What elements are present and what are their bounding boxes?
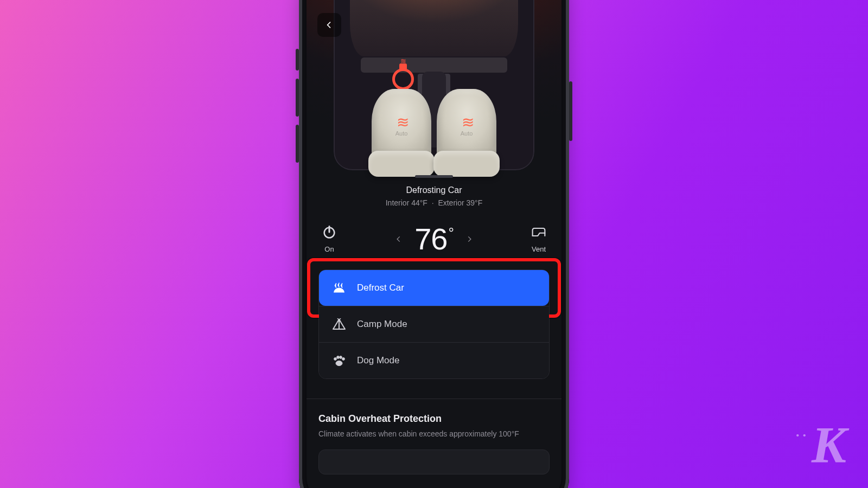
exterior-label: Exterior [438,198,464,207]
climate-mode-list: Defrost Car Camp Mode Do [318,269,550,379]
driver-seat-mode: Auto [395,130,408,137]
dashboard [361,57,507,73]
climate-controls-row: On 76° Vent [318,221,550,256]
svg-point-3 [334,358,337,361]
mode-defrost-label: Defrost Car [357,282,404,293]
defrost-highlight-wrap: Defrost Car [314,265,554,311]
svg-point-4 [337,356,340,359]
temp-value: 76° [414,221,454,256]
mode-dog-label: Dog Mode [357,355,399,366]
watermark-letter: K [812,425,846,466]
status-bar: 12:08 [307,0,561,4]
mode-dog[interactable]: Dog Mode [319,342,549,378]
divider [307,399,561,399]
chevron-left-icon [325,21,334,29]
temp-setpoint: 76° [395,221,473,256]
exterior-temp: 39°F [467,198,483,207]
car-hero: ≋ Auto ≋ Auto [307,0,561,170]
overheat-sub: Climate activates when cabin exceeds app… [318,429,550,440]
passenger-seat-mode: Auto [461,130,473,137]
phone-side-button [296,79,299,117]
dot-sep: · [432,198,434,207]
mode-defrost[interactable]: Defrost Car [319,270,549,306]
mode-camp-label: Camp Mode [357,319,407,330]
vent-icon [531,224,546,240]
stage: 12:08 [0,0,868,488]
phone-screen: 12:08 [307,0,561,488]
temp-up-button[interactable] [465,235,473,243]
windshield [350,0,518,56]
svg-point-2 [336,361,342,366]
vent-label: Vent [532,245,546,253]
climate-status-sub: Interior 44°F · Exterior 39°F [318,198,550,207]
overheat-segmented-control[interactable] [318,450,550,474]
phone-frame: 12:08 [299,0,569,488]
vent-button[interactable]: Vent [531,224,546,253]
interior-temp: 44°F [411,198,427,207]
seat-cushion [368,151,435,177]
watermark-k: ∙∙ K [796,425,846,466]
mode-camp[interactable]: Camp Mode [319,306,549,342]
back-button[interactable] [317,13,341,37]
sheet-grabber[interactable] [415,175,453,178]
phone-side-button [569,81,572,141]
power-toggle[interactable]: On [322,224,337,253]
driver-seat[interactable]: ≋ Auto [372,89,431,170]
defrost-icon [332,282,346,294]
seat-cushion [433,151,500,177]
svg-point-6 [342,358,345,361]
seat-heat-icon: ≋ [462,118,472,127]
phone-side-button [296,49,299,70]
heated-steering-icon[interactable] [392,68,414,90]
passenger-seat[interactable]: ≋ Auto [437,89,496,170]
seat-heat-icon: ≋ [397,118,407,127]
car-top-view: ≋ Auto ≋ Auto [334,0,534,170]
power-icon [322,224,337,240]
climate-status-title: Defrosting Car [318,185,550,195]
overheat-title: Cabin Overheat Protection [318,413,550,425]
climate-content: Defrosting Car Interior 44°F · Exterior … [307,170,561,474]
interior-label: Interior [386,198,410,207]
svg-point-5 [340,356,342,359]
temp-down-button[interactable] [395,235,403,243]
watermark-dots: ∙∙ [796,430,809,441]
tent-icon [332,318,346,330]
phone-side-button [296,125,299,163]
paw-icon [332,355,346,367]
power-label: On [324,245,334,253]
